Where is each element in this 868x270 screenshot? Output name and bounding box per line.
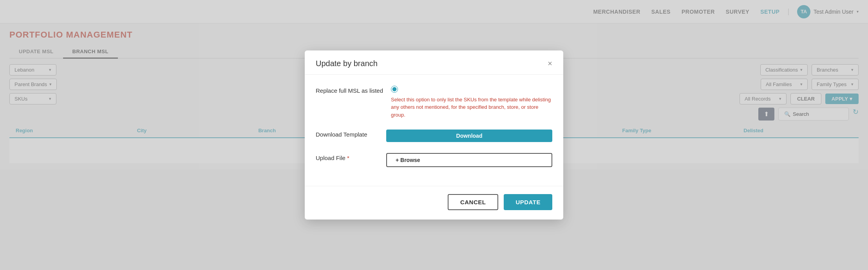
replace-msl-content: Select this option to only list the SKUs… [391, 86, 552, 119]
download-template-row: Download Template Download [316, 130, 552, 142]
modal-header: Update by branch × [305, 50, 563, 75]
required-star: * [347, 155, 349, 161]
modal-body: Replace full MSL as listed Select this o… [305, 75, 563, 186]
replace-msl-label: Replace full MSL as listed [316, 86, 383, 94]
upload-file-row: Upload File * + Browse [316, 153, 552, 167]
download-template-content: Download [386, 130, 552, 142]
replace-msl-row: Replace full MSL as listed Select this o… [316, 86, 552, 119]
upload-file-label: Upload File * [316, 153, 378, 161]
modal-divider [305, 186, 563, 186]
update-button[interactable]: UPDATE [504, 194, 552, 210]
replace-msl-radio-row [391, 86, 552, 93]
upload-file-content: + Browse [386, 153, 552, 167]
replace-msl-radio[interactable] [391, 86, 398, 93]
cancel-button[interactable]: CANCEL [448, 194, 499, 210]
modal-overlay: Update by branch × Replace full MSL as l… [0, 0, 868, 270]
browse-button[interactable]: + Browse [386, 153, 552, 167]
update-by-branch-modal: Update by branch × Replace full MSL as l… [305, 50, 563, 220]
modal-close-button[interactable]: × [548, 59, 552, 67]
download-template-label: Download Template [316, 130, 378, 138]
modal-title: Update by branch [316, 59, 378, 68]
modal-footer: CANCEL UPDATE [305, 194, 563, 220]
download-button[interactable]: Download [386, 130, 552, 142]
replace-msl-hint: Select this option to only list the SKUs… [391, 96, 552, 119]
